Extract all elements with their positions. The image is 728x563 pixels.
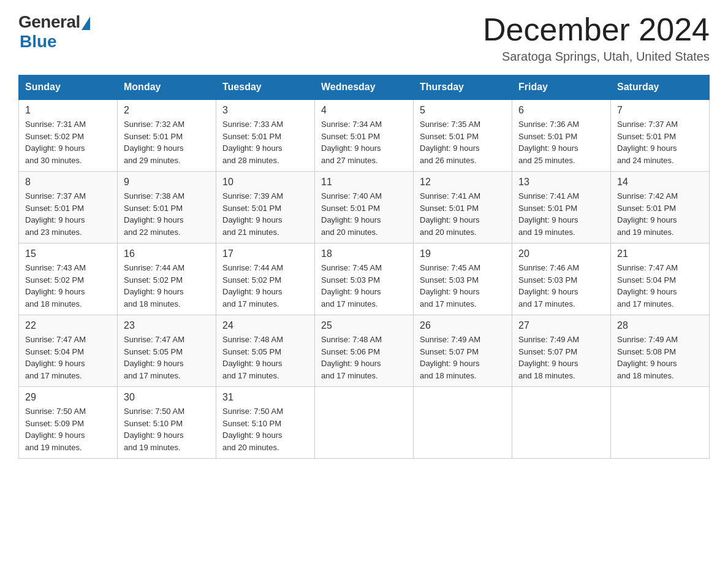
day-number: 25 <box>321 320 407 331</box>
day-info: Sunrise: 7:37 AMSunset: 5:01 PMDaylight:… <box>25 190 111 238</box>
day-info: Sunrise: 7:36 AMSunset: 5:01 PMDaylight:… <box>518 118 604 166</box>
calendar-week-row: 1Sunrise: 7:31 AMSunset: 5:02 PMDaylight… <box>19 99 710 172</box>
calendar-day-cell <box>414 387 512 459</box>
day-info: Sunrise: 7:40 AMSunset: 5:01 PMDaylight:… <box>321 190 407 238</box>
calendar-week-row: 22Sunrise: 7:47 AMSunset: 5:04 PMDayligh… <box>19 315 710 387</box>
calendar-week-row: 15Sunrise: 7:43 AMSunset: 5:02 PMDayligh… <box>19 243 710 315</box>
calendar-day-cell: 8Sunrise: 7:37 AMSunset: 5:01 PMDaylight… <box>19 172 118 243</box>
col-header-wednesday: Wednesday <box>315 75 414 100</box>
calendar-day-cell: 9Sunrise: 7:38 AMSunset: 5:01 PMDaylight… <box>118 172 216 243</box>
day-number: 6 <box>518 105 604 116</box>
day-number: 16 <box>124 248 210 259</box>
day-number: 12 <box>420 177 506 188</box>
calendar-day-cell: 18Sunrise: 7:45 AMSunset: 5:03 PMDayligh… <box>315 243 414 315</box>
day-number: 18 <box>321 248 407 259</box>
day-number: 1 <box>25 105 111 116</box>
day-info: Sunrise: 7:46 AMSunset: 5:03 PMDaylight:… <box>518 262 604 310</box>
col-header-thursday: Thursday <box>414 75 512 100</box>
calendar-day-cell: 31Sunrise: 7:50 AMSunset: 5:10 PMDayligh… <box>216 387 315 459</box>
calendar-header-row: SundayMondayTuesdayWednesdayThursdayFrid… <box>19 75 710 100</box>
day-number: 11 <box>321 177 407 188</box>
day-info: Sunrise: 7:38 AMSunset: 5:01 PMDaylight:… <box>124 190 210 238</box>
calendar-day-cell: 24Sunrise: 7:48 AMSunset: 5:05 PMDayligh… <box>216 315 315 387</box>
calendar-day-cell: 21Sunrise: 7:47 AMSunset: 5:04 PMDayligh… <box>611 243 710 315</box>
calendar-day-cell <box>315 387 414 459</box>
calendar-day-cell: 28Sunrise: 7:49 AMSunset: 5:08 PMDayligh… <box>611 315 710 387</box>
calendar-day-cell: 3Sunrise: 7:33 AMSunset: 5:01 PMDaylight… <box>216 99 315 172</box>
day-info: Sunrise: 7:50 AMSunset: 5:10 PMDaylight:… <box>124 405 210 453</box>
calendar-day-cell: 29Sunrise: 7:50 AMSunset: 5:09 PMDayligh… <box>19 387 118 459</box>
day-info: Sunrise: 7:34 AMSunset: 5:01 PMDaylight:… <box>321 118 407 166</box>
calendar-day-cell <box>512 387 611 459</box>
day-number: 8 <box>25 177 111 188</box>
day-info: Sunrise: 7:31 AMSunset: 5:02 PMDaylight:… <box>25 118 111 166</box>
calendar-day-cell: 13Sunrise: 7:41 AMSunset: 5:01 PMDayligh… <box>512 172 611 243</box>
col-header-saturday: Saturday <box>611 75 710 100</box>
day-info: Sunrise: 7:47 AMSunset: 5:04 PMDaylight:… <box>25 334 111 381</box>
day-number: 20 <box>518 248 604 259</box>
calendar-day-cell: 11Sunrise: 7:40 AMSunset: 5:01 PMDayligh… <box>315 172 414 243</box>
day-number: 3 <box>222 105 308 116</box>
day-number: 26 <box>420 320 506 331</box>
day-info: Sunrise: 7:43 AMSunset: 5:02 PMDaylight:… <box>25 262 111 310</box>
day-info: Sunrise: 7:41 AMSunset: 5:01 PMDaylight:… <box>518 190 604 238</box>
day-number: 27 <box>518 320 604 331</box>
day-number: 15 <box>25 248 111 259</box>
location-title: Saratoga Springs, Utah, United States <box>483 50 710 64</box>
day-number: 30 <box>124 392 210 403</box>
day-info: Sunrise: 7:50 AMSunset: 5:10 PMDaylight:… <box>222 405 308 453</box>
day-info: Sunrise: 7:49 AMSunset: 5:07 PMDaylight:… <box>518 334 604 381</box>
day-number: 2 <box>124 105 210 116</box>
day-number: 14 <box>617 177 703 188</box>
calendar-day-cell: 30Sunrise: 7:50 AMSunset: 5:10 PMDayligh… <box>118 387 216 459</box>
calendar-day-cell: 1Sunrise: 7:31 AMSunset: 5:02 PMDaylight… <box>19 99 118 172</box>
calendar-day-cell: 14Sunrise: 7:42 AMSunset: 5:01 PMDayligh… <box>611 172 710 243</box>
calendar-day-cell: 12Sunrise: 7:41 AMSunset: 5:01 PMDayligh… <box>414 172 512 243</box>
col-header-sunday: Sunday <box>19 75 118 100</box>
day-number: 10 <box>222 177 308 188</box>
calendar-day-cell: 2Sunrise: 7:32 AMSunset: 5:01 PMDaylight… <box>118 99 216 172</box>
day-info: Sunrise: 7:39 AMSunset: 5:01 PMDaylight:… <box>222 190 308 238</box>
day-number: 5 <box>420 105 506 116</box>
col-header-monday: Monday <box>118 75 216 100</box>
day-number: 31 <box>222 392 308 403</box>
page-header: General Blue December 2024 Saratoga Spri… <box>18 12 710 64</box>
day-number: 9 <box>124 177 210 188</box>
calendar-day-cell: 7Sunrise: 7:37 AMSunset: 5:01 PMDaylight… <box>611 99 710 172</box>
calendar-week-row: 8Sunrise: 7:37 AMSunset: 5:01 PMDaylight… <box>19 172 710 243</box>
calendar-day-cell: 26Sunrise: 7:49 AMSunset: 5:07 PMDayligh… <box>414 315 512 387</box>
day-info: Sunrise: 7:32 AMSunset: 5:01 PMDaylight:… <box>124 118 210 166</box>
calendar-day-cell: 23Sunrise: 7:47 AMSunset: 5:05 PMDayligh… <box>118 315 216 387</box>
logo-general-text: General <box>18 12 80 32</box>
day-info: Sunrise: 7:35 AMSunset: 5:01 PMDaylight:… <box>420 118 506 166</box>
day-info: Sunrise: 7:44 AMSunset: 5:02 PMDaylight:… <box>124 262 210 310</box>
calendar-day-cell: 6Sunrise: 7:36 AMSunset: 5:01 PMDaylight… <box>512 99 611 172</box>
day-info: Sunrise: 7:48 AMSunset: 5:05 PMDaylight:… <box>222 334 308 381</box>
day-number: 7 <box>617 105 703 116</box>
calendar-day-cell: 17Sunrise: 7:44 AMSunset: 5:02 PMDayligh… <box>216 243 315 315</box>
calendar-day-cell: 19Sunrise: 7:45 AMSunset: 5:03 PMDayligh… <box>414 243 512 315</box>
logo-blue-text: Blue <box>20 32 57 52</box>
calendar-day-cell: 5Sunrise: 7:35 AMSunset: 5:01 PMDaylight… <box>414 99 512 172</box>
day-number: 28 <box>617 320 703 331</box>
day-info: Sunrise: 7:49 AMSunset: 5:07 PMDaylight:… <box>420 334 506 381</box>
day-number: 17 <box>222 248 308 259</box>
day-number: 4 <box>321 105 407 116</box>
day-info: Sunrise: 7:37 AMSunset: 5:01 PMDaylight:… <box>617 118 703 166</box>
calendar-day-cell: 22Sunrise: 7:47 AMSunset: 5:04 PMDayligh… <box>19 315 118 387</box>
day-info: Sunrise: 7:45 AMSunset: 5:03 PMDaylight:… <box>321 262 407 310</box>
day-info: Sunrise: 7:45 AMSunset: 5:03 PMDaylight:… <box>420 262 506 310</box>
calendar-week-row: 29Sunrise: 7:50 AMSunset: 5:09 PMDayligh… <box>19 387 710 459</box>
day-number: 23 <box>124 320 210 331</box>
calendar-day-cell: 20Sunrise: 7:46 AMSunset: 5:03 PMDayligh… <box>512 243 611 315</box>
day-number: 22 <box>25 320 111 331</box>
title-section: December 2024 Saratoga Springs, Utah, Un… <box>483 12 710 64</box>
day-info: Sunrise: 7:41 AMSunset: 5:01 PMDaylight:… <box>420 190 506 238</box>
day-info: Sunrise: 7:44 AMSunset: 5:02 PMDaylight:… <box>222 262 308 310</box>
day-info: Sunrise: 7:48 AMSunset: 5:06 PMDaylight:… <box>321 334 407 381</box>
day-number: 29 <box>25 392 111 403</box>
calendar-table: SundayMondayTuesdayWednesdayThursdayFrid… <box>18 75 710 459</box>
calendar-day-cell: 10Sunrise: 7:39 AMSunset: 5:01 PMDayligh… <box>216 172 315 243</box>
day-info: Sunrise: 7:47 AMSunset: 5:05 PMDaylight:… <box>124 334 210 381</box>
col-header-friday: Friday <box>512 75 611 100</box>
